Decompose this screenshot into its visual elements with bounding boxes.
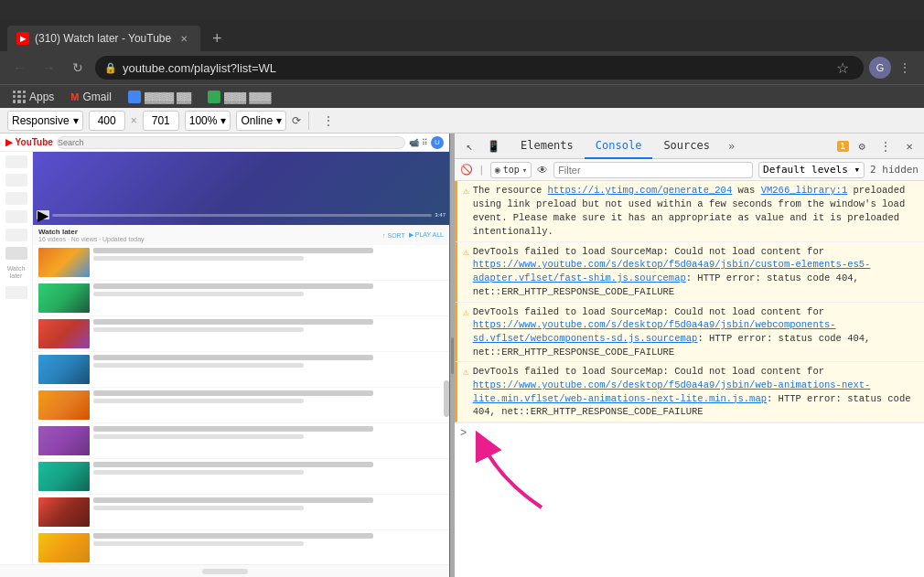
yt-trending-icon[interactable] — [5, 174, 27, 187]
console-toolbar: 🚫 | ◉ top ▾ 👁 Default levels ▾ 2 hidden — [455, 159, 924, 181]
context-selector[interactable]: ◉ top ▾ — [490, 162, 532, 178]
console-link-2[interactable]: https://www.youtube.com/s/desktop/f5d0a4… — [473, 259, 871, 283]
more-tools-button[interactable]: ⋮ — [317, 109, 340, 133]
address-bar[interactable]: 🔒 youtube.com/playlist?list=WL ☆ — [95, 56, 864, 80]
console-link-1[interactable]: https://i.ytimg.com/generate_204 — [548, 185, 733, 196]
console-filter-input[interactable] — [553, 162, 753, 178]
console-link-3[interactable]: https://www.youtube.com/s/desktop/f5d0a4… — [473, 319, 836, 344]
responsive-selector[interactable]: Responsive ▾ — [7, 111, 83, 131]
bookmark-item-1[interactable]: ▓▓▓▓ ▓▓ — [123, 89, 197, 105]
reload-button[interactable]: ↻ — [66, 56, 90, 80]
forward-button[interactable]: → — [37, 56, 60, 80]
dimension-separator: × — [131, 114, 137, 127]
yt-subscriptions-icon[interactable] — [5, 192, 27, 205]
pink-arrow-annotation — [464, 425, 555, 517]
gmail-bookmark[interactable]: M Gmail — [65, 89, 117, 105]
console-separator-1: | — [478, 164, 485, 176]
tab-more-button[interactable]: » — [721, 140, 742, 153]
back-button[interactable]: ← — [7, 56, 31, 80]
online-selector[interactable]: Online ▾ — [236, 111, 286, 131]
tab-sources[interactable]: Sources — [652, 134, 721, 159]
list-item[interactable] — [33, 352, 449, 388]
browser-tab[interactable]: ▶ (310) Watch later - YouTube ✕ — [7, 26, 200, 51]
responsive-chevron: ▾ — [73, 114, 79, 127]
console-clear-icon[interactable]: 🚫 — [460, 164, 473, 176]
tab-more-label: » — [728, 140, 735, 153]
yt-video-sub-1 — [93, 256, 304, 261]
new-tab-button[interactable]: + — [204, 26, 230, 51]
yt-video-sub-9 — [93, 541, 304, 546]
yt-sort-button[interactable]: ↑ SORT — [382, 232, 405, 239]
yt-playlist-title-area: Watch later 16 videos · No views · Updat… — [38, 228, 145, 242]
yt-video-thumbnail-6 — [38, 426, 90, 455]
yt-video-title-4 — [93, 355, 373, 360]
yt-header: ▶ YouTube 📹 ⠿ U — [0, 134, 449, 152]
console-warning-2: ⚠ DevTools failed to load SourceMap: Cou… — [455, 242, 924, 303]
yt-play-all-button[interactable]: ▶ PLAY ALL — [409, 231, 444, 239]
gmail-icon: M — [70, 91, 79, 102]
devtools-mode-buttons: ↖ 📱 — [458, 135, 504, 157]
address-text: youtube.com/playlist?list=WL — [123, 61, 825, 75]
tab-console[interactable]: Console — [585, 134, 653, 159]
yt-history-icon[interactable] — [5, 229, 27, 241]
console-filter-eye-icon[interactable]: 👁 — [537, 164, 548, 176]
devtools-more-button[interactable]: ⋮ — [875, 135, 897, 157]
default-levels-text: Default levels ▾ — [763, 164, 860, 176]
yt-library-icon[interactable] — [5, 210, 27, 223]
default-levels-selector[interactable]: Default levels ▾ — [758, 162, 865, 178]
more-options-button[interactable]: ⋮ — [893, 56, 917, 80]
list-item[interactable] — [33, 423, 449, 459]
yt-upload-icon[interactable]: 📹 — [409, 138, 419, 147]
yt-liked-icon[interactable] — [5, 286, 27, 299]
list-item[interactable] — [33, 281, 449, 316]
context-chevron: ▾ — [522, 166, 527, 175]
tab-elements[interactable]: Elements — [510, 134, 585, 159]
width-input[interactable] — [89, 111, 125, 131]
list-item[interactable] — [33, 245, 449, 281]
yt-video-thumbnail-9 — [38, 533, 90, 562]
yt-home-icon[interactable] — [5, 155, 27, 168]
yt-watch-later-title: Watch later — [38, 228, 145, 236]
list-item[interactable] — [33, 459, 449, 495]
yt-vertical-scrollbar[interactable] — [444, 232, 449, 564]
devtools-settings-button[interactable]: ⚙ — [851, 135, 873, 157]
profile-button[interactable]: G — [869, 57, 891, 79]
list-item[interactable] — [33, 495, 449, 530]
yt-video-thumbnail-3 — [38, 319, 90, 348]
yt-video-title-3 — [93, 319, 373, 325]
yt-search-input[interactable] — [57, 136, 405, 149]
yt-progress-bar[interactable] — [52, 214, 432, 217]
list-item[interactable] — [33, 530, 449, 566]
console-warning-4: ⚠ DevTools failed to load SourceMap: Cou… — [455, 362, 924, 422]
bookmarks-bar: Apps M Gmail ▓▓▓▓ ▓▓ ▓▓▓ ▓▓▓ — [0, 84, 924, 108]
zoom-label: 100% — [189, 114, 218, 127]
yt-featured-video[interactable]: ▶ 3:47 — [33, 152, 449, 225]
yt-apps-icon[interactable]: ⠿ — [422, 138, 428, 147]
yt-profile-avatar[interactable]: U — [431, 136, 444, 149]
yt-horizontal-scrollbar-thumb[interactable] — [202, 569, 248, 574]
console-link-4[interactable]: https://www.youtube.com/s/desktop/f5d0a4… — [473, 379, 871, 404]
yt-video-list — [33, 245, 449, 572]
bookmark-star-icon[interactable]: ☆ — [831, 56, 854, 80]
list-item[interactable] — [33, 316, 449, 352]
devtools-device-button[interactable]: 📱 — [482, 135, 504, 157]
console-vm-link-1[interactable]: VM266_library:1 — [761, 185, 848, 196]
rotate-icon[interactable]: ⟳ — [292, 114, 301, 127]
devtools-inspect-button[interactable]: ↖ — [458, 135, 480, 157]
bookmark-item-2[interactable]: ▓▓▓ ▓▓▓ — [202, 89, 276, 105]
online-label: Online — [241, 114, 273, 127]
apps-bookmark[interactable]: Apps — [7, 89, 59, 105]
list-item[interactable] — [33, 388, 449, 423]
yt-video-meta-9 — [93, 533, 444, 546]
zoom-selector[interactable]: 100% ▾ — [185, 111, 231, 131]
devtools-close-button[interactable]: ✕ — [898, 135, 920, 157]
yt-play-controls: ▶ 3:47 — [37, 210, 446, 219]
yt-video-title-8 — [93, 497, 373, 503]
height-input[interactable] — [143, 111, 179, 131]
yt-play-button[interactable]: ▶ — [37, 210, 49, 219]
yt-video-title-7 — [93, 462, 373, 467]
tab-console-label: Console — [596, 139, 642, 152]
bookmark-text-1: ▓▓▓▓ ▓▓ — [145, 91, 191, 102]
tab-close-btn[interactable]: ✕ — [177, 31, 191, 46]
yt-watch-later-sidebar-item[interactable] — [5, 247, 27, 260]
